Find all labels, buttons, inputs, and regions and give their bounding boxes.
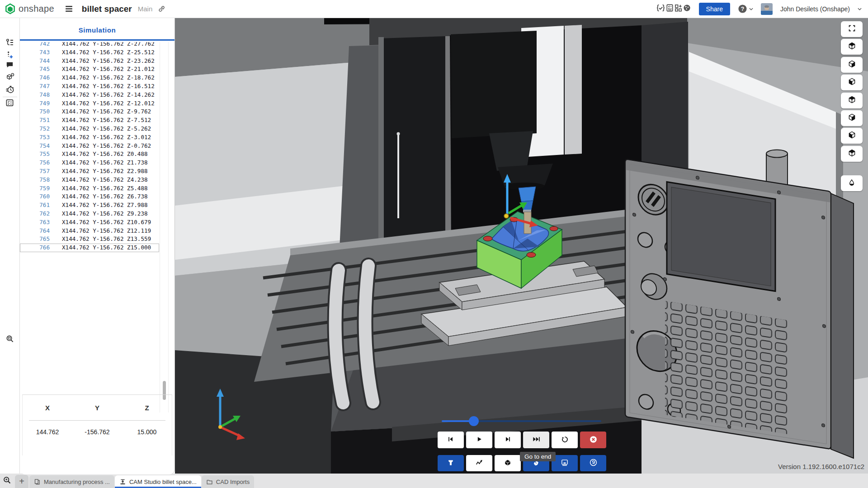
view-btn-shaded-view[interactable] — [841, 175, 863, 191]
gcode-line[interactable]: 764X144.762 Y-156.762 Z12.119 — [20, 227, 159, 235]
tab-cad-imports[interactable]: CAD Imports — [202, 475, 254, 488]
gcode-text: X144.762 Y-156.762 Z0.488 — [62, 150, 148, 157]
gcode-line[interactable]: 743X144.762 Y-156.762 Z-25.512 — [20, 48, 159, 57]
gcode-line-number: 753 — [22, 133, 50, 142]
tab-cam-studio[interactable]: CAM Studio billet space... — [115, 475, 201, 488]
add-tab-button[interactable]: + — [15, 475, 28, 488]
gcode-line[interactable]: 746X144.762 Y-156.762 Z-18.762 — [20, 74, 159, 82]
view-btn-view-cube-4[interactable] — [841, 93, 863, 108]
pb-show-toolpath[interactable] — [466, 455, 492, 471]
gcode-line[interactable]: 765X144.762 Y-156.762 Z13.559 — [20, 235, 159, 244]
pb-restart[interactable] — [552, 432, 578, 448]
simulation-progress-slider[interactable] — [442, 418, 601, 425]
gcode-line[interactable]: 749X144.762 Y-156.762 Z-12.012 — [20, 99, 159, 108]
gcode-text: X144.762 Y-156.762 Z5.488 — [62, 185, 148, 192]
view-btn-view-cube-3[interactable] — [841, 75, 863, 90]
avatar[interactable] — [761, 3, 773, 15]
gcode-line[interactable]: 761X144.762 Y-156.762 Z7.988 — [20, 201, 159, 210]
gcode-line[interactable]: 763X144.762 Y-156.762 Z10.679 — [20, 218, 159, 227]
pb-go-to-end[interactable] — [523, 432, 549, 448]
simulation-tab[interactable]: Simulation — [20, 18, 175, 41]
machine-3d-viewport[interactable]: Go to end Version 1.192.1600.e1071c2 — [175, 18, 868, 474]
gcode-line[interactable]: 760X144.762 Y-156.762 Z6.738 — [20, 192, 159, 201]
view-btn-fullscreen[interactable] — [841, 21, 863, 37]
help-icon[interactable]: ? — [738, 4, 747, 14]
rail-cutlist-icon[interactable] — [5, 99, 14, 108]
gcode-line-number: 746 — [22, 74, 50, 82]
gcode-text: X144.762 Y-156.762 Z-23.262 — [62, 57, 155, 64]
go-to-end-tooltip: Go to end — [520, 452, 556, 461]
gcode-line[interactable]: 759X144.762 Y-156.762 Z5.488 — [20, 184, 159, 193]
gcode-line-number: 744 — [22, 57, 50, 66]
pb-play[interactable] — [466, 432, 492, 448]
share-button[interactable]: Share — [699, 3, 730, 15]
bottom-tab-bar: + Manufacturing process ... CAM Studio b… — [0, 474, 868, 488]
document-menu-icon[interactable] — [64, 4, 74, 14]
topbar-release-notes[interactable] — [665, 4, 674, 14]
gcode-line[interactable]: 762X144.762 Y-156.762 Z9.238 — [20, 210, 159, 218]
gcode-line-number: 749 — [22, 99, 50, 108]
gcode-line[interactable]: 755X144.762 Y-156.762 Z0.488 — [20, 150, 159, 159]
rail-lookup-icon[interactable]: ? — [5, 73, 14, 82]
rail-comments-icon[interactable] — [5, 61, 14, 70]
gcode-line[interactable]: 747X144.762 Y-156.762 Z-16.512 — [20, 82, 159, 91]
gcode-line[interactable]: 745X144.762 Y-156.762 Z-21.012 — [20, 65, 159, 74]
version-label: Version 1.192.1600.e1071c2 — [778, 463, 864, 470]
view-btn-view-cube-6[interactable] — [841, 128, 863, 144]
gcode-line-number: 742 — [22, 42, 50, 48]
view-btn-view-cube-7[interactable] — [841, 146, 863, 162]
gcode-text: X144.762 Y-156.762 Z1.738 — [62, 159, 148, 166]
gcode-line[interactable]: 748X144.762 Y-156.762 Z-14.262 — [20, 91, 159, 99]
rail-search-icon[interactable] — [5, 334, 14, 343]
gcode-text: X144.762 Y-156.762 Z12.119 — [62, 227, 151, 234]
gcode-line-number: 761 — [22, 201, 50, 210]
topbar-apps[interactable] — [674, 4, 683, 14]
gcode-line[interactable]: 766X144.762 Y-156.762 Z15.000 — [20, 244, 159, 252]
topbar-code-snippets[interactable] — [656, 4, 665, 14]
gcode-line[interactable]: 742X144.762 Y-156.762 Z-27.762 — [20, 42, 159, 48]
gcode-line-number: 757 — [22, 167, 50, 176]
gcode-line[interactable]: 751X144.762 Y-156.762 Z-7.512 — [20, 116, 159, 125]
position-axis-value: 15.000 — [122, 428, 172, 436]
share-link-icon[interactable] — [158, 5, 165, 13]
gcode-line-number: 754 — [22, 142, 50, 150]
slider-handle[interactable] — [469, 416, 479, 426]
pb-step-forward[interactable] — [495, 432, 521, 448]
pb-exit-simulation[interactable] — [580, 432, 606, 448]
gcode-line-number: 748 — [22, 91, 50, 99]
simulation-panel: Simulation 742X144.762 Y-156.762 Z-27.76… — [20, 18, 175, 474]
gcode-text: X144.762 Y-156.762 Z-3.012 — [62, 134, 151, 141]
gcode-line[interactable]: 758X144.762 Y-156.762 Z4.238 — [20, 176, 159, 184]
user-caret-icon[interactable] — [858, 8, 862, 10]
rail-history-icon[interactable] — [5, 85, 14, 94]
gcode-line[interactable]: 753X144.762 Y-156.762 Z-3.012 — [20, 133, 159, 142]
gcode-line-number: 762 — [22, 210, 50, 218]
help-caret-icon[interactable] — [749, 8, 753, 10]
onshape-logo-icon[interactable] — [5, 3, 16, 14]
gcode-line[interactable]: 754X144.762 Y-156.762 Z-0.762 — [20, 142, 159, 150]
tab-manufacturing-process[interactable]: Manufacturing process ... — [29, 475, 114, 488]
rail-insert-icon[interactable] — [5, 51, 14, 60]
gcode-text: X144.762 Y-156.762 Z15.000 — [62, 244, 151, 251]
tab-search-icon[interactable] — [3, 476, 14, 487]
pb-go-to-start[interactable] — [438, 432, 464, 448]
gcode-line[interactable]: 744X144.762 Y-156.762 Z-23.262 — [20, 57, 159, 66]
rail-versions-icon[interactable] — [5, 38, 14, 47]
pb-show-stock[interactable] — [495, 455, 521, 471]
workspace-label[interactable]: Main — [138, 5, 153, 13]
topbar-actions — [656, 4, 691, 14]
gcode-line[interactable]: 752X144.762 Y-156.762 Z-5.262 — [20, 125, 159, 133]
pb-show-tool[interactable] — [438, 455, 464, 471]
gcode-line[interactable]: 757X144.762 Y-156.762 Z2.988 — [20, 167, 159, 176]
gcode-line[interactable]: 756X144.762 Y-156.762 Z1.738 — [20, 159, 159, 167]
view-btn-view-cube-2[interactable] — [841, 57, 863, 73]
topbar-language[interactable] — [683, 4, 691, 14]
brand-text: onshape — [19, 4, 54, 14]
pb-simulation-mode[interactable] — [580, 455, 606, 471]
view-toolbar — [841, 21, 863, 193]
gcode-line[interactable]: 750X144.762 Y-156.762 Z-9.762 — [20, 108, 159, 116]
view-btn-view-cube-1[interactable] — [841, 39, 863, 55]
gcode-text: X144.762 Y-156.762 Z2.988 — [62, 168, 148, 174]
position-axis-header: X — [23, 404, 72, 412]
view-btn-view-cube-5[interactable] — [841, 110, 863, 126]
